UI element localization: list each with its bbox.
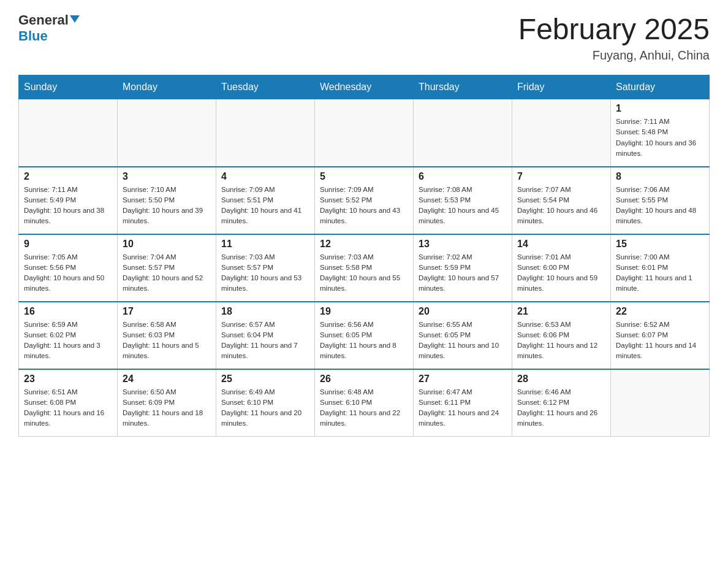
- calendar-cell: [414, 99, 512, 167]
- day-number: 9: [24, 239, 112, 250]
- day-number: 22: [616, 306, 704, 317]
- day-number: 13: [419, 239, 507, 250]
- day-info: Sunrise: 6:50 AMSunset: 6:09 PMDaylight:…: [123, 387, 211, 429]
- calendar-cell: [216, 99, 315, 167]
- day-number: 4: [221, 171, 309, 182]
- calendar-table: Sunday Monday Tuesday Wednesday Thursday…: [18, 75, 710, 437]
- header-monday: Monday: [118, 75, 216, 99]
- day-number: 5: [320, 171, 408, 182]
- day-info: Sunrise: 6:59 AMSunset: 6:02 PMDaylight:…: [24, 320, 112, 362]
- day-info: Sunrise: 7:00 AMSunset: 6:01 PMDaylight:…: [616, 252, 704, 294]
- day-number: 7: [517, 171, 605, 182]
- day-number: 15: [616, 239, 704, 250]
- day-number: 21: [517, 306, 605, 317]
- calendar-week-row: 1Sunrise: 7:11 AMSunset: 5:48 PMDaylight…: [19, 99, 710, 167]
- day-number: 1: [616, 103, 704, 114]
- calendar-cell: 27Sunrise: 6:47 AMSunset: 6:11 PMDayligh…: [414, 369, 512, 437]
- logo-general-text: General: [18, 12, 69, 28]
- calendar-cell: 12Sunrise: 7:03 AMSunset: 5:58 PMDayligh…: [315, 234, 414, 302]
- day-info: Sunrise: 7:11 AMSunset: 5:49 PMDaylight:…: [24, 185, 112, 227]
- calendar-cell: 11Sunrise: 7:03 AMSunset: 5:57 PMDayligh…: [216, 234, 315, 302]
- day-number: 16: [24, 306, 112, 317]
- day-info: Sunrise: 7:03 AMSunset: 5:57 PMDaylight:…: [221, 252, 309, 294]
- day-number: 27: [419, 373, 507, 385]
- calendar-cell: 22Sunrise: 6:52 AMSunset: 6:07 PMDayligh…: [611, 302, 710, 369]
- day-info: Sunrise: 6:49 AMSunset: 6:10 PMDaylight:…: [221, 387, 309, 429]
- day-number: 26: [320, 373, 408, 385]
- calendar-cell: 28Sunrise: 6:46 AMSunset: 6:12 PMDayligh…: [512, 369, 611, 437]
- calendar-week-row: 9Sunrise: 7:05 AMSunset: 5:56 PMDaylight…: [19, 234, 710, 302]
- day-number: 6: [419, 171, 507, 182]
- calendar-week-row: 23Sunrise: 6:51 AMSunset: 6:08 PMDayligh…: [19, 369, 710, 437]
- day-number: 2: [24, 171, 112, 182]
- day-number: 3: [123, 171, 211, 182]
- day-info: Sunrise: 7:03 AMSunset: 5:58 PMDaylight:…: [320, 252, 408, 294]
- header-wednesday: Wednesday: [315, 75, 414, 99]
- calendar-cell: 8Sunrise: 7:06 AMSunset: 5:55 PMDaylight…: [611, 167, 710, 234]
- day-number: 11: [221, 239, 309, 250]
- day-info: Sunrise: 6:47 AMSunset: 6:11 PMDaylight:…: [419, 387, 507, 429]
- header-sunday: Sunday: [19, 75, 118, 99]
- calendar-cell: [512, 99, 611, 167]
- day-info: Sunrise: 6:57 AMSunset: 6:04 PMDaylight:…: [221, 320, 309, 362]
- day-info: Sunrise: 6:56 AMSunset: 6:05 PMDaylight:…: [320, 320, 408, 362]
- calendar-cell: 5Sunrise: 7:09 AMSunset: 5:52 PMDaylight…: [315, 167, 414, 234]
- day-info: Sunrise: 6:53 AMSunset: 6:06 PMDaylight:…: [517, 320, 605, 362]
- calendar-cell: 26Sunrise: 6:48 AMSunset: 6:10 PMDayligh…: [315, 369, 414, 437]
- day-number: 17: [123, 306, 211, 317]
- day-info: Sunrise: 7:02 AMSunset: 5:59 PMDaylight:…: [419, 252, 507, 294]
- day-info: Sunrise: 6:55 AMSunset: 6:05 PMDaylight:…: [419, 320, 507, 362]
- day-number: 8: [616, 171, 704, 182]
- calendar-cell: 9Sunrise: 7:05 AMSunset: 5:56 PMDaylight…: [19, 234, 118, 302]
- header-thursday: Thursday: [414, 75, 512, 99]
- day-info: Sunrise: 7:09 AMSunset: 5:52 PMDaylight:…: [320, 185, 408, 227]
- header-saturday: Saturday: [611, 75, 710, 99]
- header-tuesday: Tuesday: [216, 75, 315, 99]
- logo-blue-text: Blue: [18, 28, 48, 44]
- day-number: 28: [517, 373, 605, 385]
- day-number: 12: [320, 239, 408, 250]
- calendar-week-row: 16Sunrise: 6:59 AMSunset: 6:02 PMDayligh…: [19, 302, 710, 369]
- calendar-cell: 14Sunrise: 7:01 AMSunset: 6:00 PMDayligh…: [512, 234, 611, 302]
- calendar-cell: 10Sunrise: 7:04 AMSunset: 5:57 PMDayligh…: [118, 234, 216, 302]
- calendar-cell: 18Sunrise: 6:57 AMSunset: 6:04 PMDayligh…: [216, 302, 315, 369]
- calendar-cell: 3Sunrise: 7:10 AMSunset: 5:50 PMDaylight…: [118, 167, 216, 234]
- calendar-cell: 13Sunrise: 7:02 AMSunset: 5:59 PMDayligh…: [414, 234, 512, 302]
- day-number: 10: [123, 239, 211, 250]
- calendar-cell: 25Sunrise: 6:49 AMSunset: 6:10 PMDayligh…: [216, 369, 315, 437]
- day-info: Sunrise: 7:01 AMSunset: 6:00 PMDaylight:…: [517, 252, 605, 294]
- day-number: 19: [320, 306, 408, 317]
- calendar-cell: 2Sunrise: 7:11 AMSunset: 5:49 PMDaylight…: [19, 167, 118, 234]
- day-info: Sunrise: 6:58 AMSunset: 6:03 PMDaylight:…: [123, 320, 211, 362]
- calendar-cell: 6Sunrise: 7:08 AMSunset: 5:53 PMDaylight…: [414, 167, 512, 234]
- calendar-cell: [611, 369, 710, 437]
- day-number: 24: [123, 373, 211, 385]
- day-info: Sunrise: 7:11 AMSunset: 5:48 PMDaylight:…: [616, 117, 704, 159]
- calendar-cell: 24Sunrise: 6:50 AMSunset: 6:09 PMDayligh…: [118, 369, 216, 437]
- day-info: Sunrise: 6:46 AMSunset: 6:12 PMDaylight:…: [517, 387, 605, 429]
- day-info: Sunrise: 7:07 AMSunset: 5:54 PMDaylight:…: [517, 185, 605, 227]
- day-info: Sunrise: 6:52 AMSunset: 6:07 PMDaylight:…: [616, 320, 704, 362]
- calendar-cell: 23Sunrise: 6:51 AMSunset: 6:08 PMDayligh…: [19, 369, 118, 437]
- day-info: Sunrise: 7:05 AMSunset: 5:56 PMDaylight:…: [24, 252, 112, 294]
- logo-triangle-icon: [70, 15, 80, 23]
- day-number: 18: [221, 306, 309, 317]
- calendar-week-row: 2Sunrise: 7:11 AMSunset: 5:49 PMDaylight…: [19, 167, 710, 234]
- day-info: Sunrise: 7:06 AMSunset: 5:55 PMDaylight:…: [616, 185, 704, 227]
- calendar-cell: 4Sunrise: 7:09 AMSunset: 5:51 PMDaylight…: [216, 167, 315, 234]
- calendar-cell: 15Sunrise: 7:00 AMSunset: 6:01 PMDayligh…: [611, 234, 710, 302]
- day-info: Sunrise: 7:08 AMSunset: 5:53 PMDaylight:…: [419, 185, 507, 227]
- day-info: Sunrise: 6:48 AMSunset: 6:10 PMDaylight:…: [320, 387, 408, 429]
- day-number: 20: [419, 306, 507, 317]
- calendar-cell: 7Sunrise: 7:07 AMSunset: 5:54 PMDaylight…: [512, 167, 611, 234]
- calendar-cell: 20Sunrise: 6:55 AMSunset: 6:05 PMDayligh…: [414, 302, 512, 369]
- header-friday: Friday: [512, 75, 611, 99]
- calendar-cell: [315, 99, 414, 167]
- calendar-header-row: Sunday Monday Tuesday Wednesday Thursday…: [19, 75, 710, 99]
- calendar-cell: [118, 99, 216, 167]
- logo: General Blue: [18, 12, 80, 44]
- day-number: 23: [24, 373, 112, 385]
- calendar-cell: 16Sunrise: 6:59 AMSunset: 6:02 PMDayligh…: [19, 302, 118, 369]
- month-title: February 2025: [518, 12, 710, 46]
- day-number: 25: [221, 373, 309, 385]
